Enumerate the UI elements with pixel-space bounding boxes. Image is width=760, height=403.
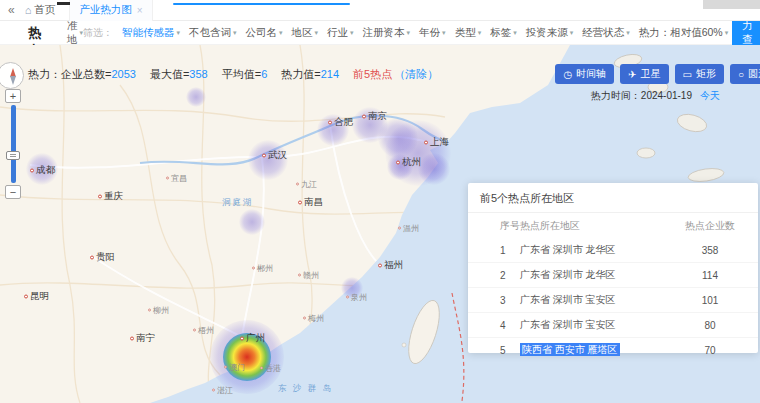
top5-hotspot-panel: 前5个热点所在地区 序号 热点所在地区 热点企业数 1广东省 深圳市 龙华区35… xyxy=(468,183,758,353)
map-button-label: 圆形 xyxy=(748,67,760,81)
col-header-region: 热点所在地区 xyxy=(520,213,680,238)
table-row[interactable]: 1广东省 深圳市 龙华区358 xyxy=(468,238,758,263)
filter-dropdown[interactable]: 经营状态▾ xyxy=(582,26,630,40)
zoom-out-button[interactable]: − xyxy=(5,185,21,199)
filter-prefix-label: 筛选： xyxy=(83,26,113,40)
clear-link[interactable]: （清除） xyxy=(394,68,438,80)
map-button-satellite[interactable]: ✈卫星 xyxy=(620,64,668,84)
col-header-index: 序号 xyxy=(468,213,520,238)
stat-metric: 热力值=214 xyxy=(281,68,339,80)
filter-label: 智能传感器 xyxy=(122,26,175,40)
filter-label: 经营状态 xyxy=(582,26,624,40)
filter-label: 不包含词 xyxy=(189,26,231,40)
titlebar-fragment xyxy=(703,0,760,9)
filter-dropdown[interactable]: 类型▾ xyxy=(455,26,482,40)
cell-region: 陕西省 西安市 雁塔区 xyxy=(520,338,680,363)
region-text: 广东省 深圳市 龙华区 xyxy=(520,269,616,280)
cell-region: 广东省 深圳市 宝安区 xyxy=(520,313,680,338)
filter-dropdown[interactable]: 年份▾ xyxy=(419,26,446,40)
region-text: 陕西省 西安市 雁塔区 xyxy=(520,343,620,356)
table-row[interactable]: 5陕西省 西安市 雁塔区70 xyxy=(468,338,758,363)
map-button-circle[interactable]: ○圆形 xyxy=(730,64,760,84)
stat-metric: 平均值=6 xyxy=(222,68,268,80)
chevron-down-icon: ▾ xyxy=(442,29,446,37)
map-button-rectangle[interactable]: ▭矩形 xyxy=(675,64,724,84)
cell-region: 广东省 深圳市 龙华区 xyxy=(520,263,680,288)
cell-index: 1 xyxy=(468,238,520,263)
region-text: 广东省 深圳市 宝安区 xyxy=(520,319,616,330)
filter-dropdown[interactable]: 公司名▾ xyxy=(246,26,283,40)
cell-count: 114 xyxy=(680,263,758,288)
tab-label: 产业热力图 xyxy=(79,3,132,17)
table-row[interactable]: 2广东省 深圳市 龙华区114 xyxy=(468,263,758,288)
map-button-clock[interactable]: ◷时间轴 xyxy=(555,64,614,84)
chevron-down-icon: ▾ xyxy=(626,29,630,37)
chevron-down-icon: ▾ xyxy=(407,29,411,37)
filter-label: 投资来源 xyxy=(526,26,568,40)
filter-group: 筛选： 智能传感器▾不包含词▾公司名▾地区▾行业▾注册资本▾年份▾类型▾标签▾投… xyxy=(83,26,728,40)
filter-label: 热力：相对值60% xyxy=(639,26,723,40)
cell-count: 70 xyxy=(680,338,758,363)
region-text: 广东省 深圳市 龙华区 xyxy=(520,244,616,255)
top5-hotspots-link[interactable]: 前5热点 xyxy=(353,68,392,80)
chevron-down-icon: ▾ xyxy=(315,29,319,37)
collapse-sidebar-icon[interactable]: « xyxy=(8,3,15,17)
heat-stats: 热力：企业总数=2053最大值=358平均值=6热力值=214前5热点（清除） xyxy=(28,67,438,82)
stat-value: 214 xyxy=(321,68,339,80)
cell-count: 358 xyxy=(680,238,758,263)
zoom-slider-handle[interactable] xyxy=(6,151,20,160)
filter-dropdown[interactable]: 智能传感器▾ xyxy=(122,26,180,40)
active-tab-indicator xyxy=(173,3,350,5)
compass-needle-icon xyxy=(10,76,16,85)
hotspot-table: 序号 热点所在地区 热点企业数 1广东省 深圳市 龙华区3582广东省 深圳市 … xyxy=(468,213,758,362)
chevron-down-icon: ▾ xyxy=(478,29,482,37)
cell-count: 80 xyxy=(680,313,758,338)
filter-label: 行业 xyxy=(327,26,348,40)
chevron-down-icon: ▾ xyxy=(233,29,237,37)
chevron-down-icon: ▾ xyxy=(350,29,354,37)
chevron-down-icon: ▾ xyxy=(513,29,517,37)
today-link[interactable]: 今天 xyxy=(700,90,720,101)
filter-dropdown[interactable]: 标签▾ xyxy=(490,26,517,40)
panel-title: 前5个热点所在地区 xyxy=(468,183,758,213)
close-icon[interactable]: × xyxy=(137,5,143,16)
home-icon: ⌂ xyxy=(25,4,32,16)
chevron-down-icon: ▾ xyxy=(177,29,181,37)
filter-label: 类型 xyxy=(455,26,476,40)
heat-time: 热力时间：2024-01-19今天 xyxy=(591,89,720,103)
clock-icon: ◷ xyxy=(563,69,572,80)
cell-index: 5 xyxy=(468,338,520,363)
filter-dropdown[interactable]: 投资来源▾ xyxy=(526,26,574,40)
map-button-label: 卫星 xyxy=(641,67,661,81)
top-tab-bar: « ⌂ 首页 产业热力图 × xyxy=(0,0,760,21)
heatmap-canvas[interactable]: 成都重庆武汉合肥南京上海杭州南昌福州贵阳昆明南宁广州澳门香港湛江宜昌九江郴州赣州… xyxy=(0,45,760,403)
filter-toolbar: 产业热力图 标准地图 ▾ 筛选： 智能传感器▾不包含词▾公司名▾地区▾行业▾注册… xyxy=(0,21,760,45)
filter-label: 公司名 xyxy=(246,26,278,40)
region-text: 广东省 深圳市 宝安区 xyxy=(520,294,616,305)
filter-dropdown[interactable]: 不包含词▾ xyxy=(189,26,237,40)
map-zoom-control: + − xyxy=(5,89,22,199)
tab-industry-heatmap[interactable]: 产业热力图 × xyxy=(69,0,152,21)
zoom-slider-track[interactable] xyxy=(11,105,16,183)
filter-dropdown[interactable]: 行业▾ xyxy=(327,26,354,40)
satellite-icon: ✈ xyxy=(628,69,636,80)
cell-region: 广东省 深圳市 龙华区 xyxy=(520,238,680,263)
stat-metric: 企业总数=2053 xyxy=(61,68,136,80)
filter-dropdown[interactable]: 热力：相对值60%▾ xyxy=(639,26,729,40)
heat-time-label: 热力时间： xyxy=(591,90,641,101)
table-row[interactable]: 4广东省 深圳市 宝安区80 xyxy=(468,313,758,338)
cell-index: 2 xyxy=(468,263,520,288)
stat-value: 358 xyxy=(189,68,207,80)
heat-time-date[interactable]: 2024-01-19 xyxy=(641,90,692,101)
stat-value: 2053 xyxy=(111,68,135,80)
breadcrumb-home[interactable]: ⌂ 首页 xyxy=(25,3,56,17)
filter-label: 年份 xyxy=(419,26,440,40)
zoom-in-button[interactable]: + xyxy=(5,89,21,103)
cell-index: 3 xyxy=(468,288,520,313)
map-button-label: 时间轴 xyxy=(576,67,606,81)
filter-dropdown[interactable]: 地区▾ xyxy=(292,26,319,40)
filter-dropdown[interactable]: 注册资本▾ xyxy=(363,26,411,40)
stat-value: 6 xyxy=(261,68,267,80)
stats-prefix: 热力： xyxy=(28,68,61,80)
table-row[interactable]: 3广东省 深圳市 宝安区101 xyxy=(468,288,758,313)
